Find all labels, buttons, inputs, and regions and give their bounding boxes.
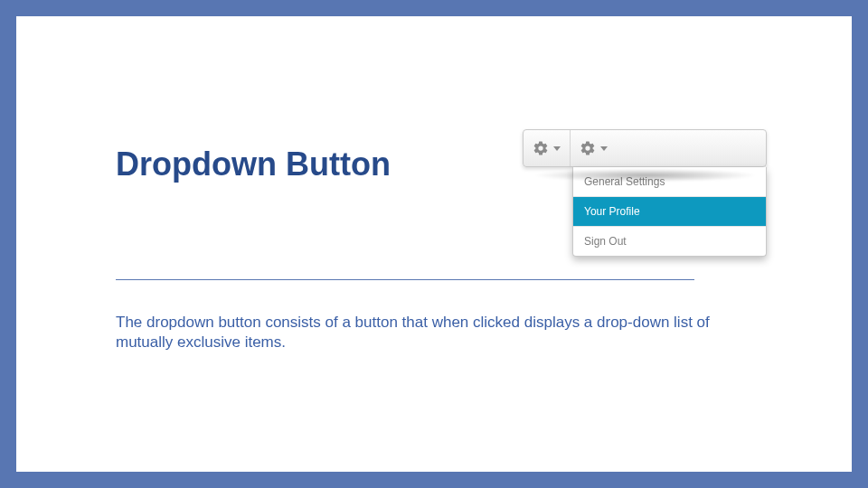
description-text: The dropdown button consists of a button… (116, 313, 735, 352)
content-area: Dropdown Button (116, 129, 767, 352)
gear-icon (533, 140, 549, 156)
toolbar (523, 129, 767, 167)
chevron-down-icon (600, 146, 608, 151)
menu-item-your-profile[interactable]: Your Profile (573, 197, 766, 227)
page-title: Dropdown Button (116, 145, 391, 183)
dropdown-demo: General Settings Your Profile Sign Out (523, 129, 767, 167)
slide-frame: Dropdown Button (0, 0, 868, 488)
divider (116, 279, 694, 280)
settings-dropdown-button-2[interactable] (571, 130, 617, 166)
shadow-decoration (535, 169, 755, 182)
header-row: Dropdown Button (116, 129, 767, 183)
menu-item-sign-out[interactable]: Sign Out (573, 227, 766, 256)
chevron-down-icon (553, 146, 561, 151)
settings-dropdown-button-1[interactable] (524, 130, 571, 166)
gear-icon (580, 140, 596, 156)
